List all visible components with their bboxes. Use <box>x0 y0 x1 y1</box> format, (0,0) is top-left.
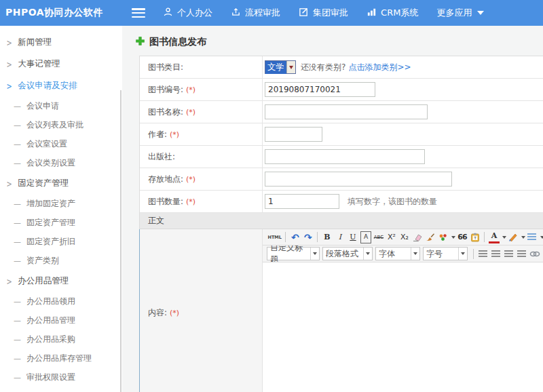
content-label-cell: 内容:(*) <box>140 229 263 392</box>
align-center-icon[interactable] <box>491 248 502 260</box>
sidebar-item-supplies-mgmt[interactable]: —办公用品管理 <box>0 311 122 330</box>
sidebar-item-add-fixed-asset[interactable]: —增加固定资产 <box>0 194 122 213</box>
category-note: 还没有类别? <box>301 62 345 73</box>
form-row-book-number: 图书编号:(*) <box>140 79 543 101</box>
nav-personal-office[interactable]: 个人办公 <box>163 7 212 19</box>
nav-crm-system[interactable]: CRM系统 <box>367 7 418 19</box>
align-justify-icon[interactable] <box>517 248 527 260</box>
dash-icon: — <box>14 199 21 208</box>
sidebar-item-meeting-apply[interactable]: >会议申请及安排 <box>0 75 122 96</box>
nav-more-apps[interactable]: 更多应用 <box>436 7 484 19</box>
font-style-button[interactable]: A <box>360 231 371 243</box>
dash-icon: — <box>14 237 21 246</box>
sidebar-item-meeting-request[interactable]: —会议申请 <box>0 96 122 115</box>
sidebar-nav: >新闻管理 >大事记管理 >会议申请及安排 —会议申请 —会议列表及审批 —会议… <box>0 31 122 392</box>
align-right-icon[interactable] <box>504 248 514 260</box>
caret-down-icon <box>540 236 543 239</box>
sidebar-item-asset-category[interactable]: —资产类别 <box>0 251 122 270</box>
sidebar-item-supplies-purchase[interactable]: —办公用品采购 <box>0 330 122 349</box>
chevron-right-icon: > <box>7 178 12 189</box>
paragraph-format-dropdown[interactable]: 段落格式 <box>322 247 373 260</box>
sidebar-item-office-supplies-mgmt[interactable]: >办公用品管理 <box>0 270 122 292</box>
quantity-input[interactable] <box>265 194 339 209</box>
page-title: 图书信息发布 <box>149 36 206 48</box>
color-palette-icon[interactable] <box>438 231 449 243</box>
sidebar-scrollbar[interactable] <box>120 90 121 392</box>
chevron-right-icon: > <box>7 58 12 69</box>
category-select[interactable]: 文学 <box>265 60 296 74</box>
storage-location-input[interactable] <box>265 172 452 187</box>
caret-down-icon <box>411 248 419 260</box>
sidebar-item-meeting-room-settings[interactable]: —会议室设置 <box>0 134 122 153</box>
page-title-row: 图书信息发布 <box>136 36 543 47</box>
user-icon <box>163 7 173 19</box>
nav-group-approval[interactable]: 集团审批 <box>299 7 348 19</box>
align-left-icon[interactable] <box>478 248 489 260</box>
underline-button[interactable]: U <box>348 231 358 243</box>
app-logo: PHPOA协同办公软件 <box>5 7 103 19</box>
workflow-approval-icon <box>231 7 241 19</box>
caret-down-icon <box>310 248 319 260</box>
sidebar-item-fixed-assets-mgmt[interactable]: >固定资产管理 <box>0 172 122 194</box>
crm-chart-icon <box>367 7 377 19</box>
dash-icon: — <box>14 140 21 149</box>
dash-icon: — <box>14 121 21 130</box>
form-row-author: 作者:(*) <box>140 123 543 146</box>
chevron-right-icon: > <box>7 80 12 91</box>
book-form: 图书类目: 文学 还没有类别? 点击添加类别>> 图书编号:(*) 图书名称:(… <box>139 56 543 392</box>
book-number-input[interactable] <box>265 82 375 97</box>
sidebar-item-meeting-list-approval[interactable]: —会议列表及审批 <box>0 115 122 134</box>
publisher-input[interactable] <box>265 149 425 164</box>
sidebar-item-meeting-category-settings[interactable]: —会议类别设置 <box>0 153 122 172</box>
format-brush-icon[interactable] <box>425 231 436 243</box>
editor-content-area[interactable] <box>263 262 543 392</box>
subscript-button[interactable]: X₂ <box>399 231 410 243</box>
html-source-button[interactable]: HTML <box>268 231 282 243</box>
dash-icon: — <box>14 218 21 227</box>
hamburger-menu-icon[interactable] <box>132 8 145 18</box>
editor-toolbar-row2: 自定义标题 段落格式 字体 字号 <box>263 246 543 262</box>
group-approval-icon <box>299 7 309 19</box>
nav-label: 流程审批 <box>245 7 280 19</box>
redo-icon[interactable]: ↷ <box>303 231 314 243</box>
form-row-book-name: 图书名称:(*) <box>140 101 543 123</box>
strikethrough-button[interactable]: ABC <box>373 231 384 243</box>
blockquote-button[interactable]: 66 <box>457 231 468 243</box>
required-mark: (*) <box>186 108 195 117</box>
paste-as-text-icon[interactable]: T <box>470 231 481 243</box>
sidebar-item-supplies-requisition[interactable]: —办公用品领用 <box>0 292 122 311</box>
sidebar-item-fixed-asset-mgmt[interactable]: —固定资产管理 <box>0 213 122 232</box>
custom-heading-dropdown[interactable]: 自定义标题 <box>267 247 320 260</box>
dash-icon: — <box>14 373 21 382</box>
author-input[interactable] <box>265 127 322 142</box>
add-category-link[interactable]: 点击添加类别>> <box>348 62 411 73</box>
ordered-list-icon[interactable] <box>527 231 538 243</box>
required-mark: (*) <box>186 197 195 206</box>
dash-icon: — <box>14 297 21 306</box>
font-family-dropdown[interactable]: 字体 <box>375 247 420 260</box>
sidebar-item-news-mgmt[interactable]: >新闻管理 <box>0 31 122 53</box>
required-mark: (*) <box>186 85 195 94</box>
form-row-quantity: 图书数量:(*) 填写数字，该图书的数量 <box>140 191 543 213</box>
sidebar-item-memorabilia-mgmt[interactable]: >大事记管理 <box>0 53 122 75</box>
sidebar-item-approval-permission-settings[interactable]: —审批权限设置 <box>0 368 122 387</box>
nav-label: 集团审批 <box>313 7 348 19</box>
sidebar-item-supplies-classification[interactable]: —办公用品分类设置 <box>0 387 122 392</box>
italic-button[interactable]: I <box>335 231 345 243</box>
font-color-button[interactable]: A <box>489 231 500 243</box>
book-name-input[interactable] <box>265 104 428 119</box>
main-content: 图书信息发布 图书类目: 文学 还没有类别? 点击添加类别>> 图书编号:(*)… <box>122 26 543 392</box>
quantity-hint: 填写数字，该图书的数量 <box>348 196 437 208</box>
highlight-pen-icon[interactable] <box>508 231 519 243</box>
undo-icon[interactable]: ↶ <box>290 231 301 243</box>
nav-workflow-approval[interactable]: 流程审批 <box>231 7 280 19</box>
insert-link-icon[interactable] <box>529 248 540 260</box>
dash-icon: — <box>14 256 21 265</box>
sidebar-item-supplies-inventory[interactable]: —办公用品库存管理 <box>0 349 122 368</box>
font-size-dropdown[interactable]: 字号 <box>423 247 468 260</box>
top-nav: 个人办公 流程审批 集团审批 CRM系统 更多应用 <box>163 7 502 19</box>
remove-format-eraser-icon[interactable] <box>412 231 423 243</box>
sidebar-item-fixed-asset-depreciation[interactable]: —固定资产折旧 <box>0 232 122 251</box>
superscript-button[interactable]: X² <box>386 231 397 243</box>
bold-button[interactable]: B <box>322 231 333 243</box>
